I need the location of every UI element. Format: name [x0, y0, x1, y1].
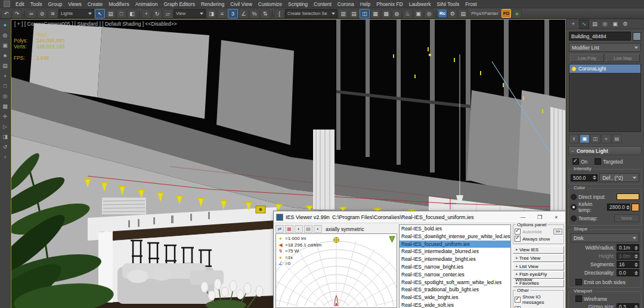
- box-tool-icon[interactable]: □: [1, 82, 9, 90]
- grid-toggle-icon[interactable]: ▦: [285, 225, 293, 233]
- favorites-button[interactable]: + Favorites: [513, 279, 564, 287]
- menu-item-group[interactable]: Group: [45, 1, 66, 7]
- coordsys-dropdown[interactable]: View: [174, 9, 206, 18]
- spinner-icon[interactable]: [634, 246, 638, 250]
- width-radius-field[interactable]: 0.1m: [617, 244, 639, 251]
- utilities-icon[interactable]: ⚙: [447, 9, 457, 19]
- direct-input-color-swatch[interactable]: [617, 193, 639, 200]
- align-icon[interactable]: ≡: [217, 9, 227, 19]
- menu-item-modifiers[interactable]: Modifiers: [106, 1, 132, 7]
- create-tab-icon[interactable]: +: [569, 20, 578, 28]
- menu-item-laubwerk[interactable]: Laubwerk: [406, 1, 434, 7]
- spinner-snap-icon[interactable]: ⇅: [260, 9, 270, 19]
- menu-item-customize[interactable]: Customize: [255, 1, 285, 7]
- mirror-icon[interactable]: ◨: [206, 9, 216, 19]
- select-link-icon[interactable]: ∞: [26, 9, 36, 19]
- intensity-unit-dropdown[interactable]: Def.. (^2): [599, 173, 639, 182]
- corona-light-rollout[interactable]: − Corona Light: [568, 146, 642, 155]
- half-tool-icon[interactable]: ◨: [1, 133, 9, 140]
- minimize-button[interactable]: —: [516, 214, 530, 220]
- ies-file-item-selected[interactable]: Real-IES_focused_uniform.ies: [400, 241, 510, 248]
- emit-both-sides-checkbox[interactable]: [575, 279, 582, 285]
- layer-manager-icon[interactable]: ▤: [349, 9, 359, 19]
- pin-stack-icon[interactable]: ‖: [569, 134, 579, 143]
- ies-file-item[interactable]: Real-IES_wide_bright.ies: [400, 294, 510, 301]
- shape-type-dropdown[interactable]: Disk: [571, 233, 639, 242]
- directionality-field[interactable]: 0.0: [617, 269, 639, 276]
- material-editor-icon[interactable]: ◍: [392, 9, 402, 19]
- camera-tool-icon[interactable]: ▣: [1, 41, 9, 49]
- menu-item-scripting[interactable]: Scripting: [285, 1, 311, 7]
- viewport[interactable]: [ + ] [ CoronaCamera005 ] [ Standard ] […: [11, 19, 566, 308]
- save-icon[interactable]: ▪: [314, 225, 322, 233]
- undo-icon[interactable]: ↶: [1, 9, 11, 19]
- menu-item-graph-editors[interactable]: Graph Editors: [160, 1, 197, 7]
- render-production-icon[interactable]: ◎: [424, 9, 434, 19]
- ies-file-item[interactable]: Real-IES_wide_soft.ies: [400, 301, 510, 308]
- remove-modifier-icon[interactable]: ×: [601, 134, 611, 143]
- close-button[interactable]: ×: [549, 214, 564, 220]
- schematic-view-icon[interactable]: ▩: [381, 9, 391, 19]
- rotate-icon[interactable]: ↻: [152, 9, 162, 19]
- laubwerk-plant-icon[interactable]: ♣: [512, 9, 522, 19]
- list-tools-icon[interactable]: ▤: [458, 9, 468, 19]
- tree-view-button[interactable]: + Tree View: [513, 254, 564, 262]
- modifier-stack[interactable]: CoronaLight: [569, 64, 641, 132]
- toggle-ribbon-icon[interactable]: ◫: [360, 9, 370, 19]
- lamp-tool-icon[interactable]: ♀: [1, 153, 9, 161]
- segments-field[interactable]: 16: [617, 261, 639, 268]
- menu-item-civil-view[interactable]: Civil View: [227, 1, 255, 7]
- scale-icon[interactable]: ▱: [163, 9, 173, 19]
- gizmo-size-field[interactable]: 0.3: [617, 303, 639, 308]
- percent-snap-icon[interactable]: %: [249, 9, 259, 19]
- modifier-stack-item-coronalight[interactable]: CoronaLight: [569, 64, 640, 73]
- transform-tool-icon[interactable]: ✛: [1, 112, 9, 120]
- ies-file-item[interactable]: Real-IES_bold.ies: [400, 225, 510, 233]
- bind-spacewarp-icon[interactable]: ≋: [48, 9, 58, 19]
- fisheye-fly-window-button[interactable]: + Fish eye&Fly Window: [513, 271, 564, 279]
- spinner-icon[interactable]: [634, 263, 638, 267]
- spinner-icon[interactable]: [634, 271, 638, 275]
- render-frame-icon[interactable]: ▣: [413, 9, 423, 19]
- photometric-diagram[interactable]: ●=1 000 lm ◀=18 296.1 cd/klm ↯=75 W ●=1x…: [275, 233, 397, 308]
- menu-item-edit[interactable]: Edit: [13, 1, 27, 7]
- show-end-result-icon[interactable]: ▣: [580, 134, 590, 143]
- fit-view-icon[interactable]: ⇄: [275, 225, 284, 233]
- autohide-checkbox[interactable]: [515, 229, 521, 235]
- menu-item-create[interactable]: Create: [85, 1, 106, 7]
- spinner-icon[interactable]: [634, 305, 638, 308]
- snap-toggle-icon[interactable]: 3: [228, 9, 238, 19]
- configure-modifier-sets-icon[interactable]: ▤: [612, 134, 622, 143]
- select-object-icon[interactable]: ↖: [95, 9, 105, 19]
- object-color-swatch[interactable]: [633, 32, 641, 41]
- ies-dialog-titlebar[interactable]: IES Viewer v2.99n C:\Program Files\Coron…: [274, 211, 566, 223]
- kelvin-temp-field[interactable]: 2800.0: [607, 204, 630, 211]
- render-setup-icon[interactable]: ♨: [402, 9, 413, 19]
- play-tool-icon[interactable]: ▷: [1, 122, 9, 130]
- view-mode-icon[interactable]: ◗: [295, 225, 303, 233]
- select-by-name-icon[interactable]: ▤: [106, 9, 116, 19]
- target-tool-icon[interactable]: ◎: [1, 92, 9, 100]
- on-checkbox[interactable]: [572, 158, 579, 165]
- refresh-tool-icon[interactable]: ↺: [1, 143, 9, 150]
- hierarchy-tab-icon[interactable]: ▤: [590, 20, 599, 28]
- wireframe-checkbox[interactable]: [575, 295, 582, 302]
- window-crossing-icon[interactable]: ◧: [127, 9, 137, 19]
- show-io-messages-checkbox[interactable]: [515, 297, 521, 303]
- display-tab-icon[interactable]: ▣: [611, 20, 620, 28]
- menu-item-phoenix-fd[interactable]: Phoenix FD: [373, 1, 405, 7]
- spinner-icon[interactable]: [593, 175, 596, 180]
- ies-file-item[interactable]: Real-IES_narrow_center.ies: [400, 271, 510, 279]
- railclone-icon[interactable]: Rc: [438, 10, 447, 17]
- maxscript-icon[interactable]: {: [274, 9, 284, 19]
- utilities-tab-icon[interactable]: ⚙: [621, 20, 630, 28]
- texmap-none-button[interactable]: None: [614, 214, 639, 222]
- app-logo-icon[interactable]: [4, 1, 10, 7]
- redo-icon[interactable]: ↷: [12, 9, 22, 19]
- moon-tool-icon[interactable]: ◗: [1, 72, 9, 79]
- make-unique-icon[interactable]: ◫: [590, 134, 600, 143]
- ies-file-item[interactable]: Real-IES_intermediate_blurred.ies: [400, 248, 510, 255]
- unlink-icon[interactable]: ⊘: [37, 9, 47, 19]
- menu-item-rendering[interactable]: Rendering: [198, 1, 227, 7]
- kelvin-temp-radio[interactable]: [571, 204, 577, 210]
